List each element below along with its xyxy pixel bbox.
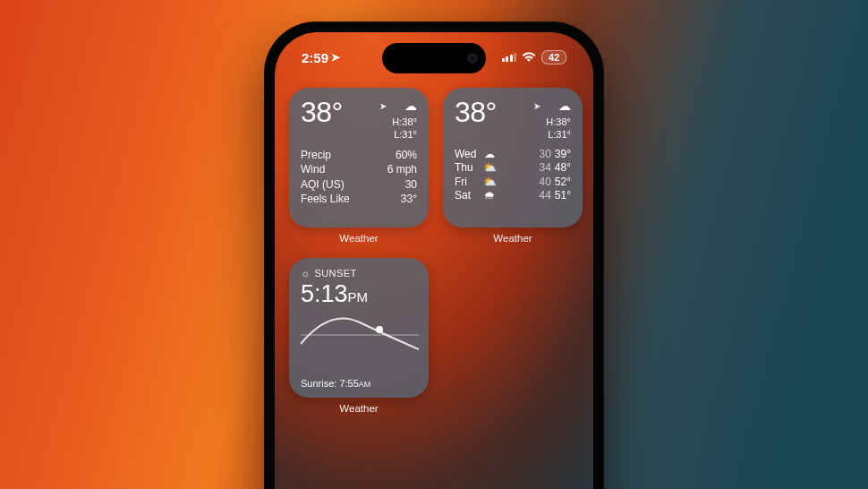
current-temp: 38° bbox=[301, 98, 343, 126]
location-icon: ➤ bbox=[331, 51, 340, 64]
forecast-day: Fri bbox=[455, 176, 480, 188]
low-temp: L:31° bbox=[533, 128, 571, 141]
location-arrow-icon: ➤ bbox=[533, 100, 540, 112]
svg-point-1 bbox=[376, 326, 383, 333]
cellular-signal-icon bbox=[502, 53, 517, 62]
forecast-row: Wed☁3039° bbox=[455, 148, 571, 160]
widget-label: Weather bbox=[339, 403, 378, 414]
detail-key: Wind bbox=[301, 163, 325, 176]
forecast-temps: 3448° bbox=[499, 161, 571, 174]
wifi-icon bbox=[522, 52, 536, 63]
widget-label: Weather bbox=[493, 233, 532, 244]
detail-value: 30 bbox=[405, 178, 417, 191]
widget-wrap-sunset: ☼ SUNSET 5:13PM bbox=[289, 258, 429, 414]
weather-details-widget[interactable]: 38° ➤ ☁ H:38° L:31° Precip60%Wind6 mphAQ… bbox=[289, 88, 429, 227]
detail-row: AQI (US)30 bbox=[301, 178, 417, 191]
forecast-day: Wed bbox=[455, 148, 480, 160]
detail-value: 6 mph bbox=[387, 163, 417, 176]
forecast-condition-icon: 🌧 bbox=[480, 189, 499, 202]
forecast-row: Fri⛅4052° bbox=[455, 176, 571, 188]
sunset-title: SUNSET bbox=[314, 268, 356, 279]
weather-forecast-widget[interactable]: 38° ➤ ☁ H:38° L:31° Wed☁3039°Thu⛅3448°Fr… bbox=[443, 88, 583, 227]
sun-path-curve bbox=[301, 313, 417, 351]
widget-wrap-forecast: 38° ➤ ☁ H:38° L:31° Wed☁3039°Thu⛅3448°Fr… bbox=[443, 88, 583, 244]
weather-sunset-widget[interactable]: ☼ SUNSET 5:13PM bbox=[289, 258, 429, 398]
high-temp: H:38° bbox=[533, 116, 571, 128]
status-time: 2:59 bbox=[302, 50, 328, 65]
battery-indicator: 42 bbox=[541, 50, 566, 64]
forecast-temps: 4052° bbox=[499, 176, 571, 188]
forecast-temps: 4451° bbox=[499, 189, 571, 202]
forecast-row: Sat🌧4451° bbox=[455, 189, 571, 202]
detail-value: 60% bbox=[396, 149, 417, 161]
widget-label: Weather bbox=[339, 233, 378, 244]
forecast-condition-icon: ⛅ bbox=[480, 176, 499, 188]
sunset-icon: ☼ bbox=[301, 268, 310, 279]
detail-key: Precip bbox=[301, 149, 331, 161]
detail-key: Feels Like bbox=[301, 193, 350, 205]
detail-key: AQI (US) bbox=[301, 178, 345, 191]
forecast-day: Sat bbox=[455, 189, 480, 202]
iphone-frame: 2:59 ➤ 42 bbox=[264, 21, 604, 489]
cloud-icon: ☁ bbox=[404, 98, 417, 114]
forecast-day: Thu bbox=[455, 161, 480, 174]
forecast-condition-icon: ⛅ bbox=[480, 161, 499, 174]
current-temp: 38° bbox=[455, 98, 497, 126]
sunset-time: 5:13PM bbox=[301, 280, 417, 308]
detail-value: 33° bbox=[401, 193, 417, 205]
cloud-icon: ☁ bbox=[558, 98, 571, 114]
background: 2:59 ➤ 42 bbox=[0, 0, 868, 489]
widget-wrap-details: 38° ➤ ☁ H:38° L:31° Precip60%Wind6 mphAQ… bbox=[289, 88, 429, 244]
forecast-row: Thu⛅3448° bbox=[455, 161, 571, 174]
location-arrow-icon: ➤ bbox=[379, 100, 387, 112]
low-temp: L:31° bbox=[379, 128, 417, 141]
detail-row: Feels Like33° bbox=[301, 193, 417, 205]
detail-row: Precip60% bbox=[301, 149, 417, 161]
detail-row: Wind6 mph bbox=[301, 163, 417, 176]
iphone-screen[interactable]: 2:59 ➤ 42 bbox=[275, 32, 593, 489]
forecast-condition-icon: ☁ bbox=[480, 148, 499, 160]
forecast-temps: 3039° bbox=[499, 148, 571, 160]
sunrise-time: Sunrise: 7:55AM bbox=[301, 378, 370, 389]
high-temp: H:38° bbox=[379, 116, 417, 128]
home-screen-grid[interactable]: 38° ➤ ☁ H:38° L:31° Precip60%Wind6 mphAQ… bbox=[275, 88, 593, 414]
status-bar: 2:59 ➤ 42 bbox=[275, 45, 593, 70]
